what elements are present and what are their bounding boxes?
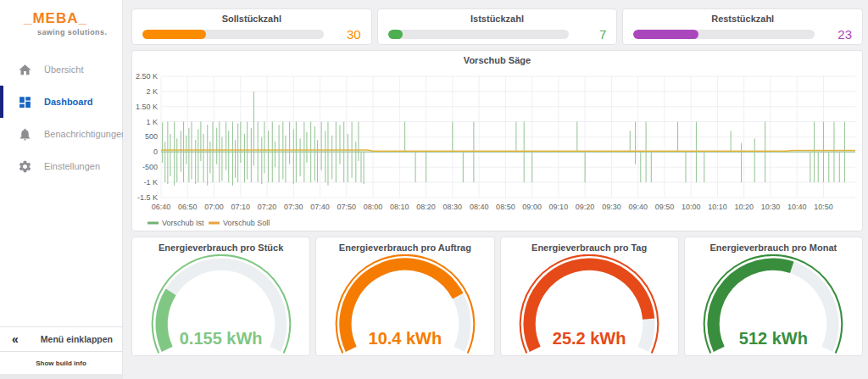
sidebar-item-label: Dashboard (44, 97, 92, 107)
sidebar-item-uebersicht[interactable]: Übersicht (0, 53, 122, 86)
x-axis-tick-label: 07:50 (337, 203, 357, 211)
legend-item-vorschub-soll[interactable]: Vorschub Soll (209, 219, 270, 227)
chart-title: Vorschub Säge (136, 55, 859, 65)
x-axis-tick-label: 07:30 (284, 203, 303, 211)
progress-bar (142, 30, 324, 39)
x-axis-tick-label: 07:00 (204, 203, 224, 211)
gauge-value: 512 kWh (685, 329, 862, 348)
gauge-title: Energieverbrauch pro Stück (132, 242, 309, 253)
vorschub-chart: 06:4006:5007:0007:1007:2007:3007:4007:50… (136, 65, 859, 228)
x-axis-tick-label: 10:40 (787, 203, 807, 211)
sidebar-item-label: Benachrichtigungen (44, 129, 126, 139)
collapse-menu-label: Menü einklappen (41, 334, 113, 344)
stat-value: 7 (569, 27, 606, 42)
stat-title: Reststückzahl (633, 14, 852, 24)
sidebar-item-label: Einstellungen (44, 161, 100, 171)
progress-bar (633, 30, 815, 39)
y-axis-tick-label: 0 (153, 148, 158, 156)
sidebar-footer: « Menü einklappen Show build info (0, 326, 122, 374)
x-axis-tick-label: 09:50 (655, 203, 675, 211)
double-chevron-left-icon: « (12, 332, 19, 346)
x-axis-tick-label: 08:30 (443, 203, 463, 211)
x-axis-tick-label: 10:20 (734, 203, 754, 211)
main-content: Sollstückzahl 30 Iststückzahl 7 Reststüc… (123, 0, 868, 379)
dashboard-app: _MEBA_ sawing solutions. Übersicht Dashb… (0, 0, 868, 379)
sidebar-item-einstellungen[interactable]: Einstellungen (0, 150, 122, 182)
sidebar: _MEBA_ sawing solutions. Übersicht Dashb… (0, 0, 123, 374)
x-axis-tick-label: 10:50 (814, 203, 833, 211)
collapse-menu-button[interactable]: « Menü einklappen (0, 326, 122, 351)
logo-tagline: sawing solutions. (37, 28, 122, 36)
x-axis-tick-label: 07:40 (310, 203, 330, 211)
stat-card-iststueckzahl: Iststückzahl 7 (377, 8, 618, 45)
y-axis-tick-label: -500 (142, 163, 158, 171)
gauge-card-energie-pro-stueck: Energieverbrauch pro Stück 0.155 kWh (131, 237, 310, 356)
sidebar-nav: Übersicht Dashboard Benachrichtigungen E… (0, 53, 122, 182)
bell-icon (18, 127, 32, 142)
x-axis-tick-label: 09:20 (576, 203, 595, 211)
gauge-card-energie-pro-tag: Energieverbrauch pro Tag 25.2 kWh (500, 237, 679, 356)
gauge-value: 0.155 kWh (132, 329, 309, 348)
sidebar-item-dashboard[interactable]: Dashboard (0, 86, 122, 118)
x-axis-tick-label: 09:00 (522, 203, 542, 211)
stat-title: Iststückzahl (388, 14, 607, 24)
build-info-label: Show build info (36, 359, 86, 367)
x-axis-tick-label: 08:20 (416, 203, 436, 211)
gauge-title: Energieverbrauch pro Tag (501, 242, 678, 253)
x-axis-tick-label: 07:10 (231, 203, 251, 211)
gear-icon (18, 159, 32, 174)
legend-item-vorschub-ist[interactable]: Vorschub Ist (147, 219, 204, 227)
gauge-value: 25.2 kWh (501, 329, 678, 348)
x-axis-tick-label: 10:10 (708, 203, 727, 211)
progress-fill (142, 30, 206, 39)
gauge-value: 10.4 kWh (316, 329, 493, 348)
x-axis-tick-label: 08:40 (470, 203, 489, 211)
stats-row: Sollstückzahl 30 Iststückzahl 7 Reststüc… (131, 8, 863, 45)
x-axis-tick-label: 07:20 (258, 203, 277, 211)
x-axis-tick-label: 10:30 (761, 203, 781, 211)
y-axis-tick-label: -1 K (144, 178, 159, 187)
gauge-card-energie-pro-auftrag: Energieverbrauch pro Auftrag 10.4 kWh (315, 237, 494, 356)
stat-card-reststueckzahl: Reststückzahl 23 (622, 8, 863, 45)
x-axis-tick-label: 06:40 (152, 203, 171, 211)
y-axis-tick-label: 2 K (147, 87, 159, 96)
gauge-title: Energieverbrauch pro Monat (685, 242, 862, 253)
meba-logo: _MEBA_ sawing solutions. (0, 0, 122, 42)
home-icon (18, 63, 32, 77)
sidebar-item-label: Übersicht (44, 64, 83, 75)
stat-card-sollstueckzahl: Sollstückzahl 30 (131, 8, 372, 45)
sidebar-item-benachrichtigungen[interactable]: Benachrichtigungen (0, 118, 122, 150)
gauge-title: Energieverbrauch pro Auftrag (316, 242, 493, 253)
x-axis-tick-label: 09:40 (628, 203, 648, 211)
dashboard-icon (18, 95, 32, 109)
vorschub-saege-chart-card: Vorschub Säge 06:4006:5007:0007:1007:200… (131, 50, 863, 231)
logo-text: _MEBA_ (24, 10, 122, 27)
progress-fill (633, 30, 698, 39)
y-axis-tick-label: 1 K (147, 118, 159, 126)
x-axis-tick-label: 08:00 (364, 203, 383, 211)
x-axis-tick-label: 08:50 (496, 203, 515, 211)
gauges-row: Energieverbrauch pro Stück 0.155 kWh Ene… (131, 237, 863, 356)
svg-text:Vorschub Ist: Vorschub Ist (162, 219, 204, 227)
x-axis-tick-label: 10:00 (682, 203, 701, 211)
x-axis-tick-label: 08:10 (390, 203, 409, 211)
stat-value: 23 (815, 27, 852, 42)
stat-title: Sollstückzahl (142, 14, 361, 24)
svg-text:Vorschub Soll: Vorschub Soll (223, 219, 270, 227)
progress-fill (388, 30, 403, 39)
stat-value: 30 (324, 27, 361, 42)
x-axis-tick-label: 06:50 (178, 203, 198, 211)
x-axis-tick-label: 09:10 (549, 203, 569, 211)
progress-bar (388, 30, 570, 39)
x-axis-tick-label: 09:30 (602, 203, 621, 211)
y-axis-tick-label: 2.50 K (136, 72, 158, 81)
gauge-card-energie-pro-monat: Energieverbrauch pro Monat 512 kWh (684, 237, 863, 356)
y-axis-tick-label: -1.5 K (137, 193, 158, 202)
show-build-info-button[interactable]: Show build info (0, 351, 122, 374)
y-axis-tick-label: 500 (145, 133, 158, 142)
y-axis-tick-label: 1.50 K (136, 103, 158, 111)
